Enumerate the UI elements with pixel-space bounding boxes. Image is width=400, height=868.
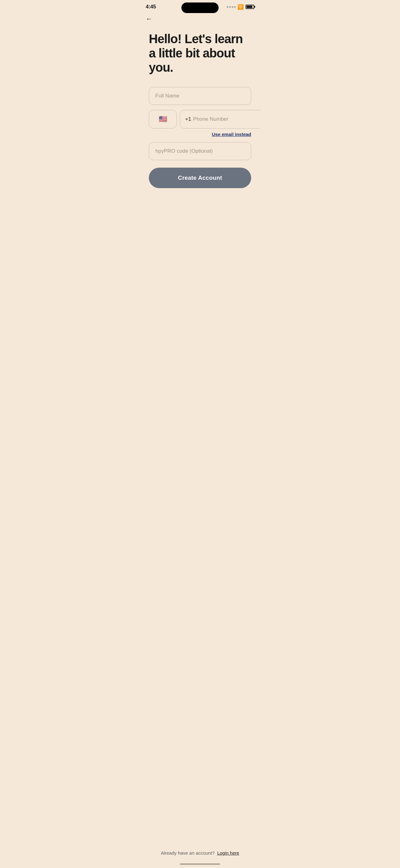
- back-arrow-icon: ←: [146, 15, 153, 23]
- main-content: Hello! Let's learn a little bit about yo…: [139, 26, 261, 213]
- create-account-button[interactable]: Create Account: [149, 168, 251, 188]
- battery-icon: [245, 5, 254, 9]
- full-name-input[interactable]: [149, 87, 251, 105]
- phone-prefix: +1: [185, 116, 191, 122]
- country-selector-button[interactable]: 🇺🇸: [149, 110, 177, 128]
- phone-number-input[interactable]: [193, 111, 259, 128]
- page-heading: Hello! Let's learn a little bit about yo…: [149, 32, 251, 74]
- status-bar: 4:45 🛜: [139, 0, 261, 12]
- use-email-link-container: Use email instead: [149, 132, 251, 137]
- pro-code-group: [149, 142, 251, 160]
- signal-icon: [227, 6, 236, 8]
- wifi-icon: 🛜: [237, 4, 244, 10]
- phone-row: 🇺🇸 +1: [149, 110, 251, 128]
- status-time: 4:45: [146, 4, 156, 10]
- full-name-group: [149, 87, 251, 105]
- status-icons: 🛜: [227, 4, 254, 10]
- phone-input-wrapper: +1: [180, 110, 261, 128]
- back-button[interactable]: ←: [139, 12, 159, 26]
- dynamic-island: [181, 2, 219, 13]
- pro-code-input[interactable]: [149, 142, 251, 160]
- country-flag: 🇺🇸: [159, 115, 167, 123]
- use-email-link[interactable]: Use email instead: [212, 132, 251, 137]
